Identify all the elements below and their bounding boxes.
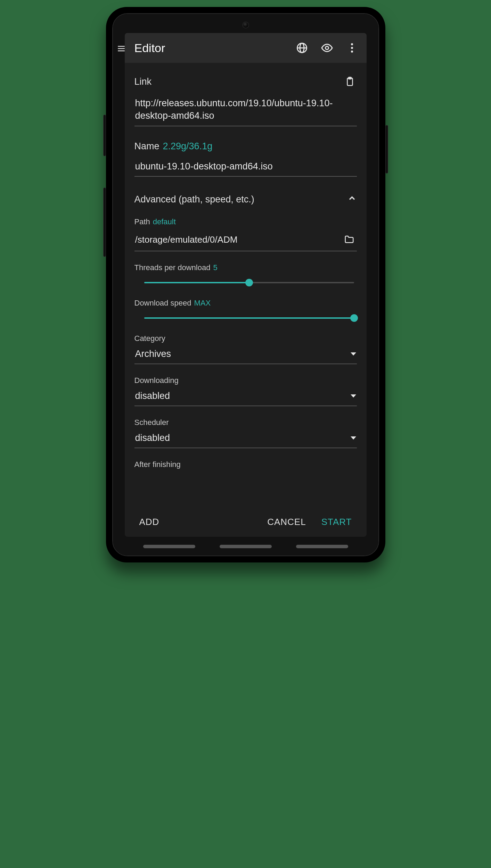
downloading-dropdown[interactable]: disabled — [134, 388, 357, 406]
nav-home[interactable] — [220, 545, 272, 548]
link-input[interactable]: http://releases.ubuntu.com/19.10/ubuntu-… — [134, 95, 357, 126]
clipboard-icon[interactable] — [343, 75, 357, 89]
link-label-row: Link — [134, 75, 357, 89]
path-hint: default — [153, 217, 176, 226]
threads-value: 5 — [213, 263, 217, 272]
svg-point-7 — [351, 43, 353, 45]
scheduler-value: disabled — [135, 433, 170, 443]
nav-recents[interactable] — [143, 545, 195, 548]
scheduler-dropdown[interactable]: disabled — [134, 430, 357, 448]
svg-point-9 — [351, 51, 353, 53]
speed-slider[interactable] — [144, 314, 354, 322]
svg-point-8 — [351, 47, 353, 49]
svg-point-6 — [325, 47, 328, 50]
path-input[interactable]: /storage/emulated/0/ADM — [135, 234, 337, 245]
front-camera — [242, 22, 249, 28]
path-label: Path — [134, 217, 150, 226]
link-label: Link — [134, 76, 152, 87]
category-label: Category — [134, 334, 357, 343]
path-label-row: Path default — [134, 217, 357, 226]
caret-down-icon — [351, 394, 356, 398]
phone-frame: Editor — [106, 7, 385, 562]
speed-label: Download speed — [134, 299, 191, 308]
android-nav-bar — [113, 540, 378, 553]
add-button[interactable]: ADD — [133, 512, 166, 532]
scheduler-label: Scheduler — [134, 418, 357, 427]
advanced-toggle[interactable]: Advanced (path, speed, etc.) — [134, 193, 357, 206]
threads-label-row: Threads per download 5 — [134, 263, 357, 272]
advanced-label: Advanced (path, speed, etc.) — [134, 194, 254, 205]
dialog-body: Link http://releases.ubuntu.com/19.10/ub… — [125, 63, 367, 507]
name-input[interactable]: ubuntu-19.10-desktop-amd64.iso — [134, 159, 357, 177]
chevron-up-icon — [347, 193, 357, 206]
after-finishing-label: After finishing — [134, 460, 357, 469]
cancel-button[interactable]: CANCEL — [261, 512, 312, 532]
editor-dialog: Editor — [125, 33, 367, 537]
more-vert-icon[interactable] — [341, 37, 363, 59]
screen: Editor — [113, 14, 378, 556]
nav-back[interactable] — [296, 545, 348, 548]
caret-down-icon — [351, 352, 356, 356]
globe-icon[interactable] — [291, 37, 313, 59]
downloading-label: Downloading — [134, 376, 357, 385]
name-label: Name — [134, 141, 159, 152]
threads-label: Threads per download — [134, 263, 211, 272]
dialog-title: Editor — [134, 41, 288, 55]
threads-slider[interactable] — [144, 278, 354, 287]
hardware-button-power — [385, 125, 388, 174]
folder-icon[interactable] — [342, 233, 356, 247]
dialog-titlebar: Editor — [125, 33, 367, 63]
name-label-row: Name 2.29g/36.1g — [134, 141, 357, 152]
eye-icon[interactable] — [316, 37, 338, 59]
dialog-button-bar: ADD CANCEL START — [125, 507, 367, 537]
hardware-button-volume — [103, 187, 106, 257]
category-value: Archives — [135, 349, 171, 359]
start-button[interactable]: START — [315, 512, 358, 532]
name-size-hint: 2.29g/36.1g — [163, 141, 213, 152]
downloading-value: disabled — [135, 391, 170, 401]
speed-value: MAX — [194, 299, 211, 308]
path-row: /storage/emulated/0/ADM — [134, 230, 357, 251]
caret-down-icon — [351, 436, 356, 440]
phone-inner: Editor — [112, 13, 379, 556]
category-dropdown[interactable]: Archives — [134, 346, 357, 364]
speed-label-row: Download speed MAX — [134, 299, 357, 308]
hardware-button-bixby — [103, 115, 106, 156]
